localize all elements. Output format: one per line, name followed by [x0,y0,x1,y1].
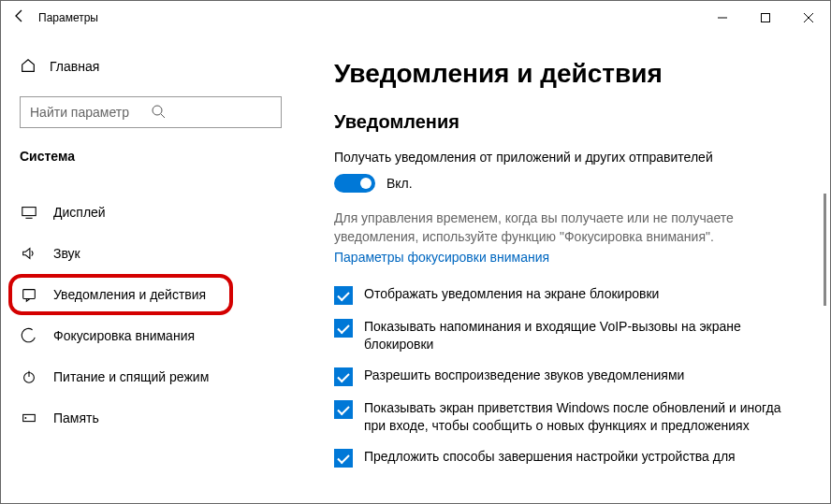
content-panel: Уведомления и действия Уведомления Получ… [300,35,830,503]
toggle-state-label: Вкл. [386,176,413,191]
check-label: Предложить способы завершения настройки … [364,448,736,466]
check-row: Предложить способы завершения настройки … [334,448,806,468]
scrollbar[interactable] [824,194,826,306]
minimize-button[interactable] [701,1,744,35]
sidebar-item-label: Память [53,410,99,425]
svg-rect-8 [23,290,36,299]
sidebar-item-label: Уведомления и действия [53,287,206,302]
sidebar-item-label: Звук [53,246,80,261]
page-title: Уведомления и действия [334,59,806,89]
checkbox[interactable] [334,400,353,419]
notifications-icon [20,285,38,304]
search-input[interactable]: Найти параметр [20,96,282,128]
checkbox[interactable] [334,367,353,386]
check-label: Показывать экран приветствия Windows пос… [364,399,806,435]
settings-window: Параметры Главная Найти параметр Система… [0,0,831,504]
svg-line-5 [161,114,165,118]
home-icon [20,57,50,77]
sidebar-item-display[interactable]: Дисплей [20,192,282,233]
checkbox[interactable] [334,286,353,305]
section-heading: Уведомления [334,111,806,133]
sidebar-item-sound[interactable]: Звук [20,233,282,274]
maximize-button[interactable] [744,1,787,35]
sidebar-item-label: Дисплей [53,205,106,220]
storage-icon [20,409,38,427]
sidebar-list: Дисплей Звук Уведомления и действия Фоку… [20,192,282,439]
sidebar-home[interactable]: Главная [20,48,282,85]
focus-settings-link[interactable]: Параметры фокусировки внимания [334,250,549,265]
svg-rect-6 [22,208,36,216]
search-icon [151,104,271,122]
sidebar-home-label: Главная [50,59,99,74]
check-row: Отображать уведомления на экране блокиро… [334,285,806,305]
checkbox[interactable] [334,449,353,468]
window-controls [701,1,830,35]
sidebar-item-focus[interactable]: Фокусировка внимания [20,315,282,356]
titlebar: Параметры [1,1,830,35]
check-row: Показывать экран приветствия Windows пос… [334,399,806,435]
back-button[interactable] [1,8,38,27]
check-row: Разрешить воспроизведение звуков уведомл… [334,367,806,386]
close-button[interactable] [787,1,830,35]
check-row: Показывать напоминания и входящие VoIP-в… [334,318,806,353]
checkbox[interactable] [334,319,353,338]
sidebar-item-label: Фокусировка внимания [53,328,195,343]
sidebar-section-title: Система [20,149,282,164]
sidebar-item-storage[interactable]: Память [20,397,282,439]
power-icon [20,367,38,386]
svg-point-12 [25,417,27,419]
window-title: Параметры [38,11,98,24]
focus-icon [20,326,38,345]
check-label: Разрешить воспроизведение звуков уведомл… [364,367,684,384]
notifications-toggle-row: Вкл. [334,174,806,193]
notifications-description: Получать уведомления от приложений и дру… [334,150,806,165]
check-label: Показывать напоминания и входящие VoIP-в… [364,318,806,353]
sidebar-item-power[interactable]: Питание и спящий режим [20,356,282,397]
svg-point-4 [153,106,162,115]
svg-rect-1 [762,14,770,22]
display-icon [20,203,38,222]
search-placeholder: Найти параметр [30,105,151,120]
sidebar: Главная Найти параметр Система Дисплей З… [1,35,300,503]
focus-description: Для управления временем, когда вы получа… [334,209,806,246]
window-body: Главная Найти параметр Система Дисплей З… [1,35,830,503]
notifications-toggle[interactable] [334,174,375,193]
sidebar-item-notifications[interactable]: Уведомления и действия [8,274,233,315]
check-label: Отображать уведомления на экране блокиро… [364,285,659,303]
sidebar-item-label: Питание и спящий режим [53,369,209,384]
sound-icon [20,244,38,263]
